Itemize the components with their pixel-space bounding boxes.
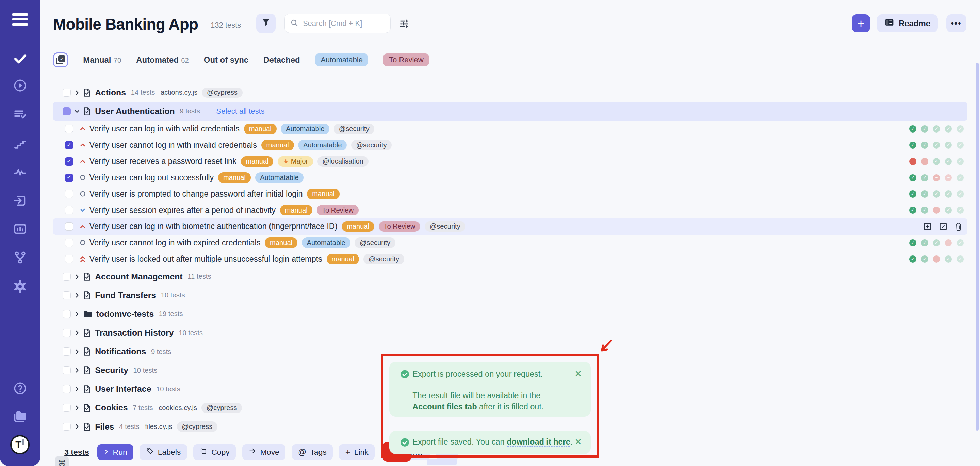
chevron-right-icon[interactable] — [74, 311, 80, 317]
menu-icon[interactable] — [0, 9, 40, 30]
row-checkbox[interactable] — [63, 329, 71, 337]
close-icon[interactable]: ✕ — [574, 369, 582, 379]
row-checkbox[interactable]: ✓ — [65, 174, 73, 182]
row-checkbox[interactable] — [63, 310, 71, 318]
link-button[interactable]: + Link — [339, 444, 375, 460]
user-avatar[interactable]: T — [0, 434, 40, 455]
row-checkbox[interactable] — [63, 423, 71, 431]
ellipsis-icon: ••• — [951, 19, 962, 28]
header-more-button[interactable]: ••• — [946, 14, 966, 32]
passed-dot-icon: ✓ — [921, 190, 928, 197]
labels-button[interactable]: Labels — [140, 444, 187, 460]
suite-row[interactable]: Fund Transfers10 tests — [53, 286, 967, 305]
row-checkbox[interactable] — [65, 190, 73, 198]
integrations-branch-icon[interactable] — [0, 247, 40, 268]
filter-pill-to-review[interactable]: To Review — [383, 53, 429, 66]
chevron-right-icon[interactable] — [74, 330, 80, 336]
row-checkbox[interactable] — [63, 404, 71, 412]
chevron-right-icon[interactable] — [74, 273, 80, 280]
select-all-tests-link[interactable]: Select all tests — [216, 107, 265, 116]
chevron-right-icon[interactable] — [74, 423, 80, 429]
test-row[interactable]: ✓Verify user can log out successfullyman… — [53, 170, 967, 186]
settings-gear-icon[interactable] — [0, 276, 40, 297]
tab-out-of-sync[interactable]: Out of sync — [204, 55, 248, 65]
dashboards-chart-icon[interactable] — [0, 219, 40, 239]
move-button[interactable]: Move — [242, 444, 286, 460]
row-checkbox[interactable] — [65, 222, 73, 231]
run-result-dots: ✓✓✓✓✓ — [909, 125, 964, 132]
test-row[interactable]: Verify user is locked out after multiple… — [53, 251, 967, 267]
search-input[interactable] — [303, 19, 385, 28]
suite-row[interactable]: Account Management11 tests — [53, 267, 967, 286]
test-row[interactable]: ✓Verify user cannot log in with invalid … — [53, 137, 967, 153]
copy-button[interactable]: Copy — [193, 444, 236, 460]
search-box[interactable] — [285, 14, 391, 33]
test-row[interactable]: Verify user is prompted to change passwo… — [53, 186, 967, 202]
account-files-tab-link[interactable]: Account files tab — [412, 402, 477, 412]
passed-dot-icon: ✓ — [909, 125, 916, 132]
row-checkbox[interactable]: ✓ — [65, 157, 73, 166]
row-checkbox[interactable] — [65, 239, 73, 247]
row-checkbox[interactable] — [63, 366, 71, 374]
test-row[interactable]: Verify user can log in with biometric au… — [53, 219, 967, 235]
chevron-right-icon[interactable] — [74, 386, 80, 392]
row-checkbox[interactable] — [65, 124, 73, 133]
tab-manual[interactable]: Manual70 — [83, 55, 121, 65]
row-checkbox[interactable] — [65, 206, 73, 214]
tab-automated[interactable]: Automated62 — [136, 55, 189, 65]
chevron-right-icon[interactable] — [74, 348, 80, 354]
chevron-right-icon[interactable] — [74, 405, 80, 411]
tags-button[interactable]: @ Tags — [292, 444, 333, 460]
download-link[interactable]: download it here — [507, 437, 570, 447]
help-question-icon[interactable] — [0, 378, 40, 399]
milestones-steps-icon[interactable] — [0, 133, 40, 154]
select-all-button[interactable]: ✓ — [53, 53, 68, 67]
test-row[interactable]: Verify user cannot log in with expired c… — [53, 235, 967, 251]
test-plans-list-icon[interactable] — [0, 104, 40, 125]
row-checkbox[interactable] — [65, 255, 73, 263]
suite-row[interactable]: Transaction History10 tests — [53, 323, 967, 342]
tab-detached[interactable]: Detached — [263, 55, 300, 65]
create-button[interactable]: + — [852, 14, 870, 32]
row-checkbox[interactable] — [63, 291, 71, 299]
run-result-dots: ✓✓✓✓✓ — [909, 190, 964, 197]
suite-row[interactable]: todomvc-tests19 tests — [53, 305, 967, 323]
readme-button[interactable]: Readme — [877, 14, 938, 32]
row-checkbox[interactable] — [63, 273, 71, 281]
chevron-right-icon[interactable] — [74, 292, 80, 298]
test-row[interactable]: ✓Verify user receives a password reset l… — [53, 153, 967, 170]
chevron-right-icon[interactable] — [74, 367, 80, 373]
row-checkbox[interactable] — [63, 348, 71, 356]
suite-row[interactable]: −User Authentication9 testsSelect all te… — [53, 102, 967, 121]
filter-pill-automatable[interactable]: Automatable — [315, 53, 369, 66]
tests-check-icon[interactable] — [0, 48, 40, 69]
suite-row[interactable]: Notifications9 tests — [53, 342, 967, 361]
run-button[interactable]: Run — [97, 444, 134, 460]
close-icon[interactable]: ✕ — [574, 437, 582, 447]
defects-pulse-icon[interactable] — [0, 161, 40, 183]
filter-button[interactable] — [256, 14, 275, 33]
passed-dot-icon: ✓ — [957, 190, 964, 197]
test-row[interactable]: Verify user can log in with valid creden… — [53, 121, 967, 137]
row-checkbox[interactable]: ✓ — [65, 141, 73, 149]
delete-test-icon[interactable] — [955, 222, 963, 231]
display-settings-sliders-icon[interactable] — [399, 18, 409, 31]
projects-folder-icon[interactable] — [0, 406, 40, 427]
vertical-scrollbar[interactable] — [975, 63, 978, 431]
edit-test-icon[interactable] — [939, 222, 948, 231]
suite-row[interactable]: Actions14 testsactions.cy.js@cypress — [53, 83, 967, 102]
tag-badge: @cypress — [202, 88, 242, 98]
chevron-right-icon[interactable] — [74, 89, 80, 96]
tag-badge: @cypress — [177, 421, 218, 432]
test-runs-play-icon[interactable] — [0, 75, 40, 96]
row-checkbox[interactable] — [63, 89, 71, 97]
test-row[interactable]: Verify user session expires after a peri… — [53, 202, 967, 219]
tests-count: 132 tests — [211, 21, 241, 30]
row-checkbox[interactable] — [63, 385, 71, 393]
row-checkbox[interactable]: − — [63, 107, 71, 115]
chevron-down-icon[interactable] — [74, 109, 80, 115]
add-test-icon[interactable] — [923, 222, 932, 231]
selected-tests-count[interactable]: 3 tests — [64, 448, 89, 457]
suite-title: Transaction History — [95, 328, 173, 338]
requirements-import-icon[interactable] — [0, 190, 40, 211]
